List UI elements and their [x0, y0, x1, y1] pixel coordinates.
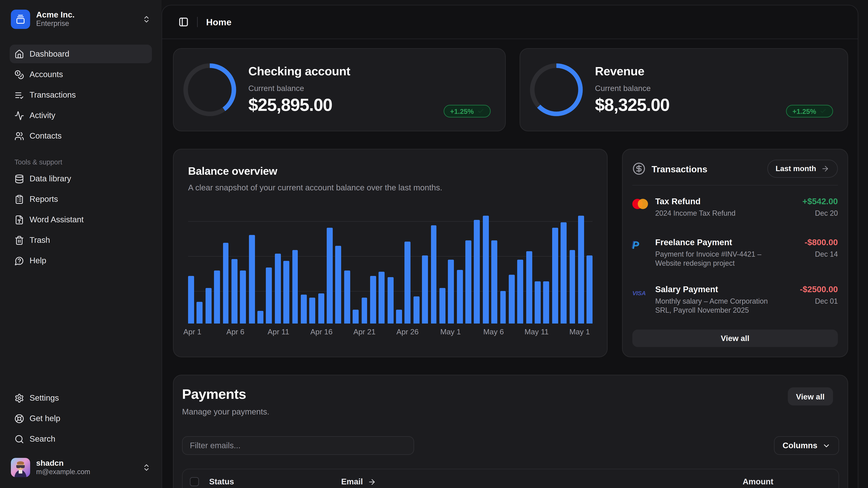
database-icon [14, 174, 24, 184]
transaction-amount: +$542.00 [803, 196, 838, 206]
help-circle-icon [14, 256, 24, 265]
x-tick-label: Apr 21 [353, 328, 376, 336]
clipboard-list-icon [14, 194, 24, 204]
x-tick-label: Apr 16 [310, 328, 333, 336]
life-buoy-icon [14, 414, 24, 423]
chart-bar [257, 311, 264, 324]
nav-footer: Settings Get help Search [10, 389, 152, 448]
check-icon [820, 108, 827, 115]
sidebar-item-contacts[interactable]: Contacts [10, 127, 152, 145]
chart-bar [396, 310, 402, 324]
transaction-title: Salary Payment [655, 284, 776, 294]
x-tick-label: May 1 [440, 328, 461, 336]
divider [632, 185, 838, 186]
chart-bar [352, 310, 359, 324]
x-axis-ticks: Apr 1Apr 6Apr 11Apr 16Apr 21Apr 26May 1M… [188, 328, 592, 337]
topbar: Home [162, 5, 858, 38]
sidebar-item-trash[interactable]: Trash [10, 231, 152, 250]
filter-emails-input[interactable] [182, 436, 414, 455]
list-check-icon [14, 90, 24, 100]
users-icon [14, 131, 24, 141]
transaction-row[interactable]: VISA Salary Payment Monthly salary – Acm… [632, 284, 838, 316]
sidebar-item-get-help[interactable]: Get help [10, 409, 152, 428]
coins-icon [14, 70, 24, 79]
chart-bar [552, 228, 558, 324]
x-tick-label: May 1 [569, 328, 590, 336]
sidebar-item-activity[interactable]: Activity [10, 106, 152, 125]
house-icon [14, 49, 24, 59]
sidebar-item-label: Transactions [30, 90, 76, 99]
change-badge: +1.25% [443, 105, 491, 118]
select-all-checkbox[interactable] [190, 477, 199, 486]
x-tick-label: Apr 1 [183, 328, 202, 336]
transaction-date: Dec 01 [800, 297, 838, 305]
transaction-date: Dec 20 [803, 209, 838, 218]
payments-title: Payments [174, 375, 847, 402]
chart-bar [188, 276, 194, 324]
sidebar-item-help[interactable]: Help [10, 251, 152, 270]
nav-main: Dashboard Accounts Transactions Activity… [10, 44, 152, 145]
chart-bar [362, 298, 368, 324]
org-switcher[interactable]: Acme Inc. Enterprise [10, 7, 152, 31]
transactions-view-all-button[interactable]: View all [632, 330, 838, 347]
chart-bar [535, 282, 541, 324]
chart-bar [448, 260, 454, 324]
user-email: m@example.com [36, 468, 136, 476]
transaction-row[interactable]: Tax Refund 2024 Income Tax Refund +$542.… [632, 196, 838, 218]
sidebar-item-accounts[interactable]: Accounts [10, 65, 152, 84]
chart-bar [283, 261, 289, 324]
chart-bar [465, 240, 471, 324]
transaction-row[interactable]: P Freelance Payment Payment for Invoice … [632, 237, 838, 268]
revenue-card: Revenue Current balance $8,325.00 +1.25% [520, 48, 848, 131]
user-menu[interactable]: shadcn m@example.com [10, 455, 152, 480]
chevron-down-icon [822, 442, 831, 450]
chart-bar [197, 302, 203, 324]
email-column-header[interactable]: Email [341, 477, 743, 486]
chart-bar [578, 216, 584, 324]
transaction-date: Dec 14 [805, 250, 838, 258]
org-plan: Enterprise [36, 20, 136, 28]
sidebar-item-label: Dashboard [30, 50, 69, 59]
progress-ring [527, 61, 585, 119]
sidebar-item-search[interactable]: Search [10, 429, 152, 448]
sidebar-item-dashboard[interactable]: Dashboard [10, 44, 152, 63]
x-tick-label: Apr 26 [396, 328, 419, 336]
chart-bar [301, 294, 307, 324]
sidebar-item-transactions[interactable]: Transactions [10, 86, 152, 104]
transaction-description: 2024 Income Tax Refund [655, 209, 803, 218]
payments-view-all-button[interactable]: View all [787, 387, 833, 405]
sidebar-item-data-library[interactable]: Data library [10, 169, 152, 188]
transaction-title: Tax Refund [655, 196, 803, 206]
bar-chart [188, 216, 592, 324]
last-month-button[interactable]: Last month [767, 160, 838, 178]
sidebar-item-word-assistant[interactable]: Word Assistant [10, 210, 152, 229]
chart-bar [388, 277, 394, 324]
chart-bar [517, 260, 523, 324]
trash-icon [14, 235, 24, 245]
columns-dropdown-button[interactable]: Columns [774, 436, 839, 455]
chart-bar [266, 267, 272, 324]
arrow-right-icon [368, 478, 376, 486]
amount-column-header: Amount [743, 477, 831, 486]
chart-bar [231, 259, 238, 324]
sidebar-item-label: Data library [30, 174, 71, 183]
file-type-icon [14, 215, 24, 225]
sidebar-toggle-button[interactable] [176, 14, 191, 30]
transaction-amount: -$2500.00 [800, 284, 838, 294]
chart-bar [474, 220, 480, 324]
payments-subtitle: Manage your payments. [174, 402, 847, 416]
paypal-icon: P [632, 237, 655, 268]
topbar-border [162, 38, 858, 39]
x-tick-label: May 6 [483, 328, 504, 336]
gear-icon [14, 393, 24, 403]
chart-bar [344, 271, 350, 324]
chart-bar [439, 288, 445, 324]
chart-bar [249, 235, 255, 324]
chart-bar [413, 297, 419, 324]
sidebar-item-reports[interactable]: Reports [10, 190, 152, 208]
chart-bar [543, 282, 549, 324]
x-tick-label: Apr 11 [268, 328, 289, 336]
sidebar-item-settings[interactable]: Settings [10, 389, 152, 407]
transactions-card: Transactions Last month Tax Refund 2024 … [622, 149, 848, 357]
chart-bar [318, 293, 324, 324]
